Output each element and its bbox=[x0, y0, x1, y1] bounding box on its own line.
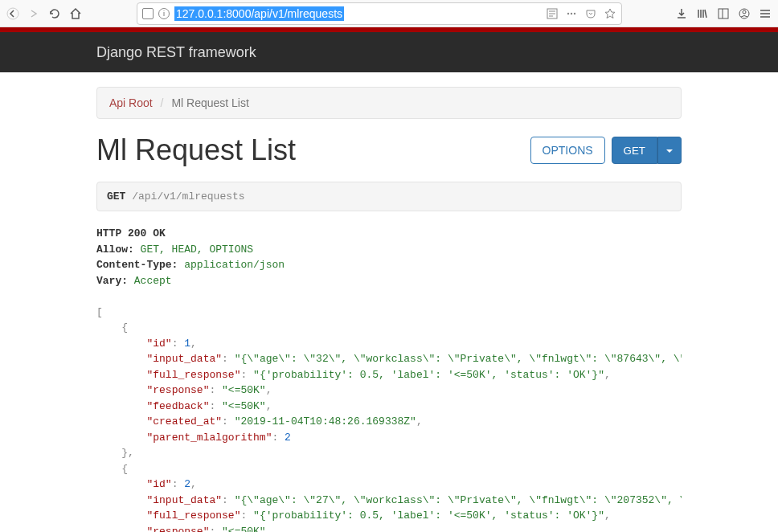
navbar: Django REST framework bbox=[0, 32, 778, 72]
svg-point-0 bbox=[7, 8, 18, 19]
navbar-brand[interactable]: Django REST framework bbox=[96, 44, 256, 61]
breadcrumb-current: Ml Request List bbox=[171, 96, 248, 109]
url-text[interactable]: 127.0.0.1:8000/api/v1/mlrequests bbox=[174, 7, 541, 20]
response-box: HTTP 200 OK Allow: GET, HEAD, OPTIONS Co… bbox=[96, 226, 682, 532]
pocket-icon[interactable] bbox=[584, 7, 597, 20]
request-box: GET /api/v1/mlrequests bbox=[96, 182, 682, 211]
svg-point-15 bbox=[743, 10, 746, 14]
forward-icon[interactable] bbox=[27, 7, 40, 20]
svg-rect-12 bbox=[719, 9, 728, 18]
back-icon[interactable] bbox=[6, 7, 19, 20]
info-icon[interactable]: i bbox=[158, 8, 170, 19]
get-dropdown-button[interactable] bbox=[657, 137, 682, 164]
url-bar[interactable]: i 127.0.0.1:8000/api/v1/mlrequests bbox=[137, 2, 622, 25]
svg-line-11 bbox=[705, 10, 706, 18]
caret-icon bbox=[666, 149, 673, 153]
more-icon[interactable] bbox=[565, 7, 578, 20]
menu-icon[interactable] bbox=[759, 7, 772, 20]
breadcrumb-root[interactable]: Api Root bbox=[109, 96, 153, 109]
account-icon[interactable] bbox=[738, 7, 751, 20]
request-method: GET bbox=[107, 190, 125, 203]
request-path: /api/v1/mlrequests bbox=[125, 190, 244, 203]
browser-toolbar: i 127.0.0.1:8000/api/v1/mlrequests bbox=[0, 0, 778, 27]
get-button[interactable]: GET bbox=[612, 137, 657, 164]
reader-icon[interactable] bbox=[546, 7, 559, 20]
sidebar-icon[interactable] bbox=[717, 7, 730, 20]
svg-point-7 bbox=[574, 12, 575, 14]
breadcrumb: Api Root / Ml Request List bbox=[96, 87, 682, 119]
svg-point-5 bbox=[567, 12, 569, 14]
star-icon[interactable] bbox=[604, 7, 616, 20]
page-title: Ml Request List bbox=[96, 133, 296, 167]
home-icon[interactable] bbox=[69, 7, 82, 20]
download-icon[interactable] bbox=[675, 7, 688, 20]
options-button[interactable]: OPTIONS bbox=[530, 137, 605, 164]
library-icon[interactable] bbox=[696, 7, 709, 20]
shield-icon[interactable] bbox=[142, 8, 154, 19]
breadcrumb-sep: / bbox=[161, 96, 164, 109]
reload-icon[interactable] bbox=[48, 7, 61, 20]
svg-point-6 bbox=[571, 12, 572, 14]
